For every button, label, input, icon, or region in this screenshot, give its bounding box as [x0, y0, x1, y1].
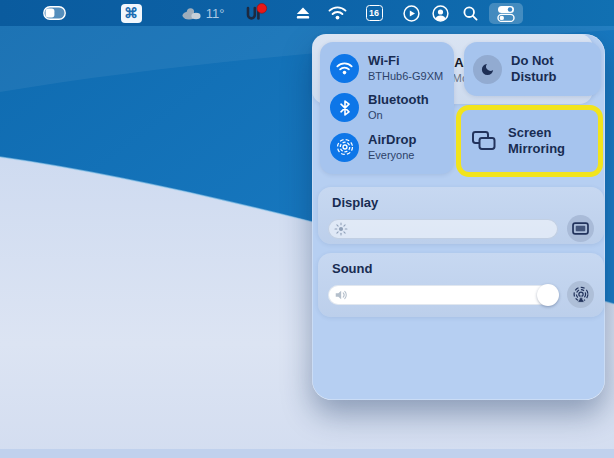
brightness-icon [334, 222, 348, 236]
wifi-icon [330, 54, 359, 83]
brightness-slider[interactable] [328, 219, 558, 239]
do-not-disturb-tile[interactable]: Do Not Disturb [464, 42, 601, 96]
sound-label: Sound [332, 261, 604, 276]
display-module: Display [318, 187, 604, 244]
command-key-icon[interactable]: ⌘ [120, 0, 142, 26]
airplay-audio-button[interactable] [567, 281, 594, 308]
bluetooth-label: Bluetooth [368, 93, 429, 108]
play-circle-icon[interactable] [402, 0, 420, 26]
bluetooth-row[interactable]: Bluetooth On [330, 93, 450, 122]
screen-mirroring-icon [471, 129, 498, 153]
eject-icon[interactable] [295, 0, 311, 26]
airdrop-label: AirDrop [368, 133, 416, 148]
volume-slider[interactable] [328, 285, 558, 305]
toggle-switch-icon[interactable] [42, 0, 66, 26]
weather-cloud-icon[interactable] [181, 0, 201, 26]
do-not-disturb-label: Do Not Disturb [511, 53, 595, 86]
search-icon[interactable] [462, 0, 478, 26]
calendar-icon[interactable]: 16 [365, 0, 383, 26]
sound-module: Sound [318, 253, 604, 317]
user-account-icon[interactable] [431, 0, 449, 26]
control-center-panel: Wi-Fi BTHub6-G9XM Bluetooth On [312, 34, 605, 400]
screen-mirroring-tile[interactable]: Screen Mirroring [456, 105, 603, 177]
desktop: ⌘ 11° [0, 0, 614, 458]
bluetooth-status: On [368, 109, 429, 122]
moon-icon [473, 55, 502, 84]
speaker-icon [334, 288, 348, 302]
wifi-row[interactable]: Wi-Fi BTHub6-G9XM [330, 54, 450, 83]
screen-mirroring-label: Screen Mirroring [508, 125, 592, 158]
recording-app-icon[interactable] [245, 0, 269, 26]
airdrop-status: Everyone [368, 149, 416, 162]
display-label: Display [332, 195, 604, 210]
temperature-label[interactable]: 11° [202, 0, 228, 26]
bluetooth-icon [330, 93, 359, 122]
connectivity-group: Wi-Fi BTHub6-G9XM Bluetooth On [320, 42, 454, 174]
display-settings-button[interactable] [567, 215, 594, 242]
wifi-menubar-icon[interactable] [327, 0, 347, 26]
menu-bar: ⌘ 11° [0, 0, 614, 26]
control-center-icon[interactable] [488, 0, 524, 26]
volume-knob[interactable] [537, 284, 559, 306]
wifi-network: BTHub6-G9XM [368, 70, 443, 83]
airdrop-row[interactable]: AirDrop Everyone [330, 133, 450, 162]
airdrop-icon [330, 133, 359, 162]
wifi-label: Wi-Fi [368, 54, 443, 69]
